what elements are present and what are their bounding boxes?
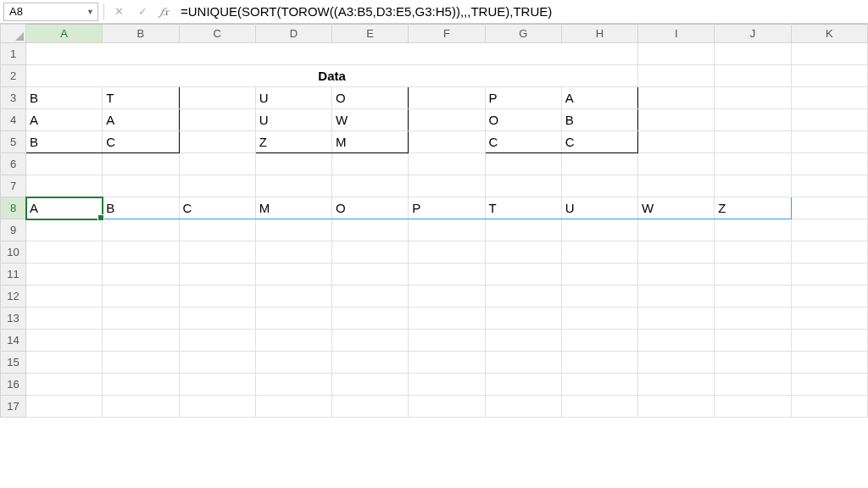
cell[interactable] [485,219,561,241]
cell-B3[interactable]: T [103,87,179,109]
cell[interactable] [638,43,715,65]
cell[interactable] [638,286,715,308]
cell[interactable] [332,396,409,418]
cell[interactable] [409,396,485,418]
cell[interactable] [103,286,179,308]
cell[interactable] [638,87,715,109]
cell[interactable] [332,263,409,286]
row-header-15[interactable]: 15 [1,352,26,374]
cell[interactable] [409,286,485,308]
cell[interactable] [332,308,409,330]
cell[interactable] [255,263,331,286]
cell[interactable] [409,330,485,352]
cell[interactable] [409,131,485,153]
cell[interactable] [332,153,409,175]
cell[interactable] [791,109,867,131]
col-header-C[interactable]: C [179,25,255,43]
col-header-E[interactable]: E [332,25,409,43]
cell-H4[interactable]: B [561,109,637,131]
cell[interactable] [715,131,791,153]
row-header-17[interactable]: 17 [1,396,26,418]
cell[interactable] [715,241,791,263]
cell-G5[interactable]: C [485,131,561,153]
cell[interactable] [179,219,255,241]
col-header-H[interactable]: H [561,25,637,43]
cell-G3[interactable]: P [485,87,561,109]
cell[interactable] [255,308,331,330]
cell[interactable] [103,352,179,374]
row-header-16[interactable]: 16 [1,374,26,396]
cell[interactable] [255,352,331,374]
cell-C8[interactable]: C [179,197,255,219]
cell[interactable] [409,153,485,175]
col-header-K[interactable]: K [791,25,867,43]
col-header-G[interactable]: G [485,25,561,43]
fx-icon[interactable]: 𝑓𝑥 [157,5,172,19]
cell[interactable] [409,263,485,286]
row-header-12[interactable]: 12 [1,286,26,308]
cell[interactable] [179,87,255,109]
col-header-F[interactable]: F [409,25,485,43]
cell-D4[interactable]: U [255,109,331,131]
select-all-corner[interactable] [1,25,26,43]
cell[interactable] [26,352,103,374]
cell[interactable] [255,330,331,352]
name-box[interactable]: A8 ▼ [3,3,98,21]
cell[interactable] [715,330,791,352]
cell-A4[interactable]: A [26,109,103,131]
cell-D8[interactable]: M [255,197,331,219]
cell[interactable] [26,330,103,352]
cell-B8[interactable]: B [103,197,179,219]
cell[interactable] [409,87,485,109]
enter-formula-icon[interactable]: ✓ [133,3,152,21]
cell[interactable] [332,330,409,352]
cell[interactable] [715,153,791,175]
cell-A3[interactable]: B [26,87,103,109]
row-header-6[interactable]: 6 [1,153,26,175]
cell-F8[interactable]: P [409,197,485,219]
cell[interactable] [26,286,103,308]
cell[interactable] [791,330,867,352]
cell[interactable] [638,263,715,286]
cell[interactable] [26,308,103,330]
cell-B4[interactable]: A [103,109,179,131]
cell[interactable] [332,286,409,308]
cell[interactable] [561,396,637,418]
cell[interactable] [791,286,867,308]
cell[interactable] [103,219,179,241]
cell[interactable] [561,263,637,286]
cell-H3[interactable]: A [561,87,637,109]
cancel-formula-icon[interactable]: ✕ [109,3,128,21]
cell[interactable] [332,241,409,263]
cell[interactable] [561,219,637,241]
cell[interactable] [179,109,255,131]
cell[interactable] [791,65,867,87]
col-header-J[interactable]: J [715,25,791,43]
cell[interactable] [179,175,255,197]
result-label[interactable]: Result [26,175,103,197]
cell[interactable] [485,396,561,418]
row-header-2[interactable]: 2 [1,65,26,87]
cell[interactable] [255,396,331,418]
cell-B5[interactable]: C [103,131,179,153]
cell[interactable] [26,219,103,241]
cell[interactable] [179,374,255,396]
cell[interactable] [103,175,179,197]
cell[interactable] [332,374,409,396]
cell[interactable] [332,219,409,241]
row-header-10[interactable]: 10 [1,241,26,263]
cell[interactable] [103,241,179,263]
cell[interactable] [103,396,179,418]
cell[interactable] [103,153,179,175]
cell[interactable] [255,219,331,241]
cell[interactable] [409,109,485,131]
cell[interactable] [791,308,867,330]
data-header-cell[interactable]: Data [26,65,638,87]
cell[interactable] [715,396,791,418]
cell[interactable] [26,374,103,396]
cell[interactable] [715,175,791,197]
cell[interactable] [638,131,715,153]
cell[interactable] [715,43,791,65]
cell[interactable] [638,175,715,197]
cell-A8[interactable]: A [26,197,103,219]
